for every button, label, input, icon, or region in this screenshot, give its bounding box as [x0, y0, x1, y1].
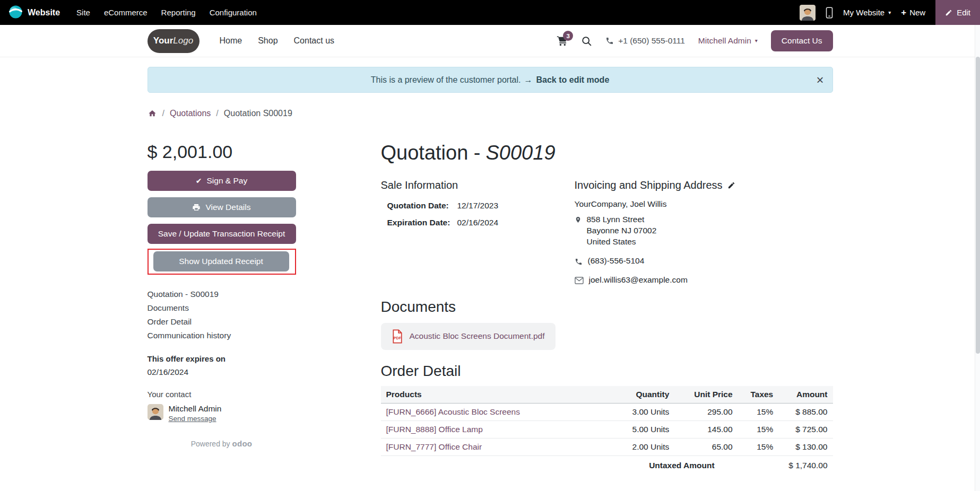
send-message-link[interactable]: Send message	[169, 415, 216, 423]
website-app-icon	[8, 5, 23, 21]
chevron-down-icon: ▾	[888, 10, 891, 15]
document-card[interactable]: PDF Acoustic Bloc Screens Document.pdf	[381, 323, 556, 350]
nav-home[interactable]: Home	[220, 36, 242, 46]
search-button[interactable]	[581, 36, 592, 47]
product-link[interactable]: [FURN_6666] Acoustic Bloc Screens	[386, 407, 520, 416]
scrollbar-thumb[interactable]	[976, 57, 980, 354]
header-phone-link[interactable]: +1 (650) 555-0111	[605, 36, 685, 46]
site-logo[interactable]: YourLogo	[148, 29, 200, 53]
user-avatar[interactable]	[800, 5, 816, 21]
address-street-block: 858 Lynn Street Bayonne NJ 07002 United …	[575, 214, 833, 248]
app-name: Website	[28, 8, 60, 17]
check-icon: ✔	[196, 177, 202, 185]
new-button[interactable]: + New	[901, 8, 925, 17]
vertical-scrollbar[interactable]	[975, 25, 980, 491]
quotation-number: S00019	[486, 142, 556, 164]
document-file-link[interactable]: Acoustic Bloc Screens Document.pdf	[410, 331, 545, 341]
site-header-right: 3 +1 (650) 555-0111 Mitchell Admin ▾ Con…	[556, 30, 832, 51]
quotation-content: Quotation -S00019 Sale Information Quota…	[381, 142, 833, 475]
sign-pay-button[interactable]: ✔ Sign & Pay	[148, 171, 296, 191]
col-unit-price: Unit Price	[674, 386, 738, 404]
offer-expires-date: 02/16/2024	[148, 367, 296, 377]
sidebar-link-order-detail[interactable]: Order Detail	[148, 315, 296, 329]
breadcrumb-current: Quotation S00019	[224, 109, 292, 118]
envelope-icon	[575, 277, 584, 284]
col-taxes: Taxes	[738, 386, 779, 404]
my-website-dropdown[interactable]: My Website ▾	[843, 8, 891, 17]
back-to-edit-link[interactable]: → Back to edit mode	[524, 75, 609, 85]
edit-button[interactable]: Edit	[935, 0, 980, 25]
expiration-date-value: 02/16/2024	[457, 218, 499, 227]
odoo-logo[interactable]: odoo	[232, 439, 252, 448]
show-updated-receipt-button[interactable]: Show Updated Receipt	[153, 251, 289, 271]
contact-avatar	[148, 404, 163, 420]
home-icon[interactable]	[148, 109, 157, 118]
annotation-highlight-box: Show Updated Receipt	[148, 249, 296, 275]
website-app-brand[interactable]: Website	[8, 5, 60, 21]
sidebar-anchor-links: Quotation - S00019 Documents Order Detai…	[148, 287, 296, 343]
user-dropdown[interactable]: Mitchell Admin ▾	[698, 36, 758, 46]
sale-information-heading: Sale Information	[381, 179, 575, 191]
page-title: Quotation -S00019	[381, 142, 833, 164]
pdf-file-icon: PDF	[392, 329, 403, 344]
address-name: YourCompany, Joel Willis	[575, 199, 833, 209]
documents-heading: Documents	[381, 299, 833, 315]
printer-icon	[192, 203, 201, 212]
view-details-button[interactable]: View Details	[148, 197, 296, 217]
table-row: [FURN_6666] Acoustic Bloc Screens 3.00 U…	[381, 403, 833, 420]
mobile-icon[interactable]	[826, 7, 833, 19]
arrow-right-icon: →	[524, 75, 532, 85]
invoicing-shipping-block: Invoicing and Shipping Address YourCompa…	[575, 179, 833, 286]
sale-information-block: Sale Information Quotation Date: 12/17/2…	[381, 179, 575, 286]
preview-banner: This is a preview of the customer portal…	[148, 67, 833, 93]
backend-navbar-right: My Website ▾ + New Edit	[800, 0, 980, 25]
address-heading: Invoicing and Shipping Address	[575, 179, 723, 191]
contact-card: Mitchell Admin Send message	[148, 404, 296, 423]
nav-contact-us[interactable]: Contact us	[294, 36, 334, 46]
portal-sidebar: $ 2,001.00 ✔ Sign & Pay View Details Sav…	[148, 142, 296, 475]
sidebar-link-communication-history[interactable]: Communication history	[148, 329, 296, 343]
menu-site[interactable]: Site	[70, 0, 97, 25]
breadcrumb-quotations[interactable]: Quotations	[170, 109, 211, 118]
save-update-receipt-button[interactable]: Save / Update Transaction Receipt	[148, 224, 296, 244]
contact-us-button[interactable]: Contact Us	[771, 30, 833, 51]
sidebar-link-quotation[interactable]: Quotation - S00019	[148, 287, 296, 301]
menu-configuration[interactable]: Configuration	[203, 0, 264, 25]
quotation-date-label: Quotation Date:	[387, 201, 457, 211]
phone-icon	[605, 37, 614, 45]
address-phone: (683)-556-5104	[575, 256, 833, 267]
pencil-icon	[945, 9, 952, 16]
svg-text:PDF: PDF	[393, 336, 401, 340]
table-row: [FURN_8888] Office Lamp 5.00 Units 145.0…	[381, 420, 833, 438]
cart-button[interactable]: 3	[556, 35, 568, 47]
banner-message: This is a preview of the customer portal…	[371, 75, 521, 85]
table-header-row: Products Quantity Unit Price Taxes Amoun…	[381, 386, 833, 404]
breadcrumb: / Quotations / Quotation S00019	[148, 109, 833, 118]
map-pin-icon	[575, 215, 582, 248]
plus-icon: +	[901, 8, 906, 17]
site-header: YourLogo Home Shop Contact us 3	[0, 25, 980, 57]
backend-navbar: Website Site eCommerce Reporting Configu…	[0, 0, 980, 25]
untaxed-amount-row: Untaxed Amount $ 1,740.00	[381, 455, 833, 475]
order-detail-table: Products Quantity Unit Price Taxes Amoun…	[381, 386, 833, 475]
product-link[interactable]: [FURN_7777] Office Chair	[386, 442, 482, 451]
menu-reporting[interactable]: Reporting	[154, 0, 203, 25]
search-icon	[581, 36, 592, 47]
untaxed-amount-label: Untaxed Amount	[381, 455, 738, 475]
col-amount: Amount	[778, 386, 832, 404]
table-row: [FURN_7777] Office Chair 2.00 Units 65.0…	[381, 438, 833, 455]
close-icon[interactable]: ×	[816, 74, 823, 86]
offer-expires-label: This offer expires on	[148, 354, 296, 363]
quotation-date-value: 12/17/2023	[457, 201, 499, 211]
pencil-icon[interactable]	[727, 181, 735, 189]
powered-by: Powered by odoo	[148, 439, 296, 448]
untaxed-amount-value: $ 1,740.00	[778, 455, 832, 475]
quotation-amount: $ 2,001.00	[148, 142, 296, 162]
cart-badge: 3	[563, 31, 573, 41]
nav-shop[interactable]: Shop	[258, 36, 277, 46]
col-products: Products	[381, 386, 607, 404]
product-link[interactable]: [FURN_8888] Office Lamp	[386, 425, 483, 434]
sidebar-link-documents[interactable]: Documents	[148, 301, 296, 315]
menu-ecommerce[interactable]: eCommerce	[97, 0, 154, 25]
backend-menu: Site eCommerce Reporting Configuration	[70, 0, 264, 25]
